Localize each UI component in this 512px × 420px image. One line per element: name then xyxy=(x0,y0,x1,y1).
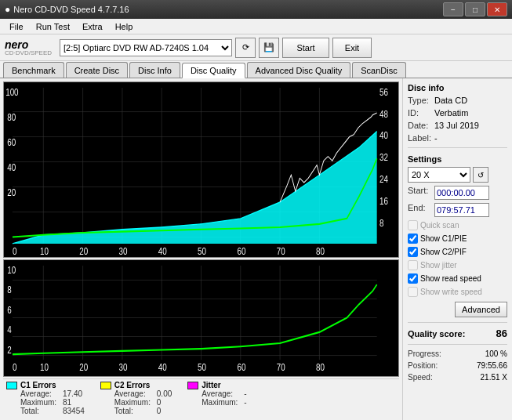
speed-label: Speed: xyxy=(408,373,433,382)
svg-text:0: 0 xyxy=(13,362,16,372)
menu-help[interactable]: Help xyxy=(109,20,140,33)
advanced-button[interactable]: Advanced xyxy=(455,302,507,317)
legend-c1-label: C1 Errors xyxy=(20,381,85,389)
progress-label: Progress: xyxy=(408,349,441,358)
close-button[interactable]: ✕ xyxy=(487,2,507,16)
legend-jitter-color xyxy=(187,382,198,389)
info-label-row: Label: - xyxy=(408,133,507,143)
show-read-speed-checkbox[interactable] xyxy=(408,273,418,284)
legend-c2-avg-label: Average: xyxy=(114,389,154,398)
menu-file[interactable]: File xyxy=(3,20,30,33)
legend-c2-text: C2 Errors Average: 0.00 Maximum: 0 Total… xyxy=(114,381,172,415)
nero-logo-text: nero xyxy=(5,39,52,50)
svg-text:60: 60 xyxy=(7,137,16,147)
app-title: Nero CD-DVD Speed 4.7.7.16 xyxy=(13,5,129,14)
legend-jitter-avg-value: - xyxy=(244,389,246,398)
position-row: Position: 79:55.66 xyxy=(408,361,507,370)
svg-text:4: 4 xyxy=(7,324,11,335)
bottom-chart-svg: 0 10 20 30 40 50 60 70 80 10 8 6 4 2 xyxy=(4,260,398,376)
id-value: Verbatim xyxy=(434,108,468,118)
show-read-speed-row: Show read speed xyxy=(408,273,507,284)
separator-2 xyxy=(408,322,507,323)
svg-text:0: 0 xyxy=(13,246,16,256)
svg-text:16: 16 xyxy=(379,196,388,206)
toolbar: nero CD·DVD/SPEED [2:5] Optiarc DVD RW A… xyxy=(0,34,512,61)
save-button[interactable]: 💾 xyxy=(259,38,279,58)
refresh-button[interactable]: ⟳ xyxy=(235,38,256,58)
show-c1pie-checkbox[interactable] xyxy=(408,234,418,244)
legend-c2-max: Maximum: 0 xyxy=(114,398,172,407)
legend-c1-text: C1 Errors Average: 17.40 Maximum: 81 Tot… xyxy=(20,381,85,415)
legend-c1-max: Maximum: 81 xyxy=(20,398,85,407)
start-input[interactable] xyxy=(434,186,489,200)
legend-c1-avg: Average: 17.40 xyxy=(20,389,85,398)
svg-text:50: 50 xyxy=(198,246,206,256)
top-chart-svg: 0 10 20 30 40 50 60 70 80 100 80 60 40 2… xyxy=(4,82,398,257)
legend-jitter: Jitter Average: - Maximum: - xyxy=(187,381,246,415)
speed-setting-row: 20 X ↺ xyxy=(408,167,507,183)
svg-text:40: 40 xyxy=(379,130,388,140)
disc-label-value: - xyxy=(434,133,438,143)
tab-scandisc[interactable]: ScanDisc xyxy=(352,62,405,78)
show-write-speed-checkbox[interactable] xyxy=(408,287,418,297)
svg-text:40: 40 xyxy=(158,246,167,256)
drive-select[interactable]: [2:5] Optiarc DVD RW AD-7240S 1.04 xyxy=(60,39,232,56)
show-c1pie-row: Show C1/PIE xyxy=(408,234,507,244)
show-c2pif-label: Show C2/PIF xyxy=(420,248,467,256)
svg-text:20: 20 xyxy=(79,246,88,256)
tab-create-disc[interactable]: Create Disc xyxy=(66,62,128,78)
minimize-button[interactable]: − xyxy=(443,2,463,16)
svg-text:80: 80 xyxy=(316,362,325,372)
settings-title: Settings xyxy=(408,154,507,164)
speed-select[interactable]: 20 X xyxy=(408,167,470,183)
show-c2pif-checkbox[interactable] xyxy=(408,247,418,257)
svg-text:48: 48 xyxy=(379,108,388,118)
info-date-row: Date: 13 Jul 2019 xyxy=(408,121,507,130)
legend-c1-total: Total: 83454 xyxy=(20,407,85,415)
maximize-button[interactable]: □ xyxy=(465,2,485,16)
quick-scan-row: Quick scan xyxy=(408,220,507,230)
svg-text:20: 20 xyxy=(7,187,16,197)
exit-button[interactable]: Exit xyxy=(332,38,372,58)
start-row: Start: xyxy=(408,186,507,200)
start-button[interactable]: Start xyxy=(282,38,329,58)
tab-disc-info[interactable]: Disc Info xyxy=(129,62,180,78)
tab-advanced-disc-quality[interactable]: Advanced Disc Quality xyxy=(247,62,351,78)
svg-text:80: 80 xyxy=(316,246,325,256)
quality-score-value: 86 xyxy=(496,328,507,339)
end-input[interactable] xyxy=(434,203,489,217)
legend-c1-color xyxy=(6,382,17,389)
show-jitter-row: Show jitter xyxy=(408,260,507,270)
legend-c2-total-value: 0 xyxy=(157,407,162,415)
quality-score-row: Quality score: 86 xyxy=(408,328,507,339)
show-jitter-checkbox[interactable] xyxy=(408,260,418,270)
menu-extra[interactable]: Extra xyxy=(76,20,109,33)
svg-text:8: 8 xyxy=(7,284,11,295)
quick-scan-label: Quick scan xyxy=(420,221,459,230)
legend-c1-avg-label: Average: xyxy=(20,389,60,398)
legend-c2-max-label: Maximum: xyxy=(114,398,154,407)
settings-refresh-button[interactable]: ↺ xyxy=(473,167,488,183)
type-value: Data CD xyxy=(434,96,467,105)
svg-text:10: 10 xyxy=(7,264,16,274)
svg-text:50: 50 xyxy=(198,362,206,372)
legend-c2-total: Total: 0 xyxy=(114,407,172,415)
svg-text:24: 24 xyxy=(379,174,388,184)
svg-text:100: 100 xyxy=(5,87,18,97)
end-label: End: xyxy=(408,203,431,217)
date-value: 13 Jul 2019 xyxy=(434,121,479,130)
legend-c1-total-value: 83454 xyxy=(63,407,85,415)
top-chart: 0 10 20 30 40 50 60 70 80 100 80 60 40 2… xyxy=(3,81,399,258)
svg-text:2: 2 xyxy=(7,344,11,354)
tab-benchmark[interactable]: Benchmark xyxy=(3,62,64,78)
tab-disc-quality[interactable]: Disc Quality xyxy=(182,63,245,78)
svg-text:10: 10 xyxy=(40,246,49,256)
type-label: Type: xyxy=(408,96,431,105)
quick-scan-checkbox[interactable] xyxy=(408,220,418,230)
legend-jitter-label: Jitter xyxy=(202,381,246,389)
legend-c2-avg-value: 0.00 xyxy=(157,389,172,398)
svg-text:60: 60 xyxy=(237,362,245,372)
app-icon: ● xyxy=(5,4,10,15)
svg-text:70: 70 xyxy=(277,362,285,372)
menu-run-test[interactable]: Run Test xyxy=(30,20,76,33)
